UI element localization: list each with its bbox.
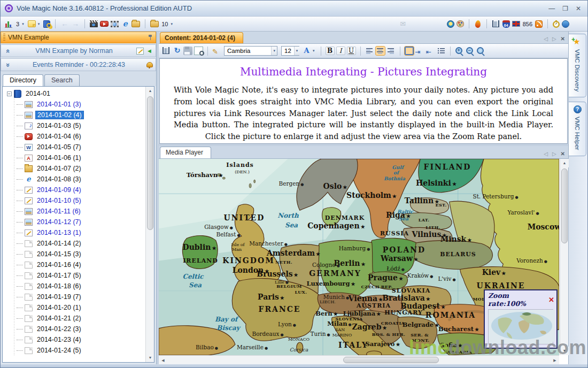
tree-root-item[interactable]: − 2014-01 xyxy=(5,88,145,99)
palette-icon[interactable] xyxy=(457,20,464,27)
zoom-in-button[interactable] xyxy=(455,47,464,55)
zoom-rate-panel[interactable]: Zoom rate:100% ✕ xyxy=(484,289,558,349)
tree-item[interactable]: 2014-01-17 (5) xyxy=(5,270,145,281)
scrollbar-thumb[interactable] xyxy=(343,357,439,363)
tree-item[interactable]: 2014-01-13 (1) xyxy=(5,227,145,238)
film-globe-icon[interactable] xyxy=(111,21,119,27)
info-icon[interactable] xyxy=(562,20,569,28)
sidebar-header[interactable]: VMN Example xyxy=(1,32,156,43)
idea-globe-icon[interactable] xyxy=(447,20,454,28)
underline-button[interactable]: U xyxy=(347,47,356,55)
tab-content[interactable]: Content: 2014-01-02 (4) xyxy=(160,32,243,43)
reminder-bell-icon[interactable] xyxy=(146,62,152,68)
panel-close-icon[interactable]: ✕ xyxy=(561,151,565,157)
chevron-up-icon[interactable]: « xyxy=(4,47,12,55)
maximize-button[interactable]: ❒ xyxy=(562,5,568,12)
close-button[interactable]: ✕ xyxy=(576,5,581,12)
tree-item[interactable]: 2014-01-15 (3) xyxy=(5,249,145,259)
flame-icon[interactable] xyxy=(475,20,481,28)
world-minimap[interactable] xyxy=(488,309,553,344)
font-name-combo[interactable]: Cambria▾ xyxy=(224,46,277,56)
stopwatch-icon[interactable] xyxy=(553,21,560,28)
rss-icon[interactable] xyxy=(535,20,543,28)
indent-decrease-button[interactable] xyxy=(426,47,435,55)
nav-forward-icon[interactable]: ▷ xyxy=(552,36,556,42)
bookends2-icon[interactable] xyxy=(162,47,171,55)
map-vertical-scrollbar[interactable]: ▲ ▼ xyxy=(560,159,568,355)
nav-forward-icon[interactable]: ▷ xyxy=(552,151,556,157)
tree-item[interactable]: 2014-01-21 (2) xyxy=(5,313,145,324)
bold-button[interactable]: B xyxy=(326,47,335,55)
tree-item[interactable]: 2014-01-12 (7) xyxy=(5,217,145,227)
notebook-key-icon[interactable] xyxy=(43,20,50,28)
nav-back-icon[interactable]: ◁ xyxy=(544,36,548,42)
language-flag-icon[interactable] xyxy=(512,21,520,27)
tree-item[interactable]: 2014-01-02 (4) xyxy=(5,110,145,120)
scroll-up-icon[interactable]: ▲ xyxy=(146,87,154,95)
sticky-note-icon[interactable] xyxy=(28,20,36,27)
indent-increase-button[interactable] xyxy=(415,47,424,55)
account-bar[interactable]: « VMN Example by Norman ◄ xyxy=(1,44,156,57)
font-size-combo[interactable]: 12▾ xyxy=(281,46,299,56)
scroll-down-icon[interactable]: ▼ xyxy=(146,354,154,362)
minimize-button[interactable]: — xyxy=(548,5,555,12)
tree-item[interactable]: 2014-01-01 (3) xyxy=(5,99,145,110)
tab-vmc-helper[interactable]: ? VMC Helper xyxy=(569,102,586,156)
refresh-icon[interactable] xyxy=(173,47,182,55)
scroll-up-icon[interactable]: ▲ xyxy=(560,159,569,167)
nav-back-icon[interactable]: ◁ xyxy=(544,151,548,157)
media-dropdown-caret[interactable]: ▾ xyxy=(171,22,173,26)
pin-icon[interactable] xyxy=(148,35,152,41)
scrollbar-thumb[interactable] xyxy=(561,168,568,243)
bullet-list-button[interactable] xyxy=(437,47,446,55)
chevron-down-icon[interactable]: » xyxy=(4,61,12,68)
notes-dropdown-caret[interactable]: ▾ xyxy=(22,22,24,26)
bookends-icon[interactable] xyxy=(492,20,500,28)
tree-item[interactable]: 2014-01-18 (6) xyxy=(5,281,145,292)
video-clapper-icon[interactable] xyxy=(90,20,98,27)
tree-item[interactable]: 2014-01-16 (4) xyxy=(5,259,145,270)
youtube-icon[interactable] xyxy=(100,21,109,27)
map-image[interactable]: Islands(DEN.)Tórshavn★Bergen●Oslo★Stockh… xyxy=(159,159,559,355)
tab-directory[interactable]: Directory xyxy=(3,74,43,87)
tree-item[interactable]: 2014-01-04 (6) xyxy=(5,131,145,142)
reminder-bar[interactable]: » Events Reminder - 00:22:28:43 xyxy=(1,58,156,71)
page-color-button[interactable] xyxy=(405,47,414,55)
font-color-caret[interactable]: ▾ xyxy=(313,49,315,53)
scroll-down-icon[interactable]: ▼ xyxy=(560,347,569,355)
tree-item[interactable]: 2014-01-07 (2) xyxy=(5,163,145,174)
align-center-button[interactable] xyxy=(376,47,385,55)
tree-item[interactable]: 2014-01-14 (2) xyxy=(5,238,145,249)
scroll-right-icon[interactable]: ▶ xyxy=(551,356,559,365)
tree-scrollbar[interactable]: ▲ ▼ xyxy=(145,87,154,362)
highway64-icon[interactable]: 64 xyxy=(502,20,510,28)
zoom-out-button[interactable] xyxy=(466,47,475,55)
tree-item[interactable]: 2014-01-24 (5) xyxy=(5,345,145,356)
tree-item[interactable]: 2014-01-11 (6) xyxy=(5,206,145,217)
edit-note-icon[interactable] xyxy=(136,48,144,55)
scrollbar-thumb[interactable] xyxy=(147,96,153,230)
daily-notes-icon[interactable] xyxy=(5,20,13,28)
tree-item[interactable]: 2014-01-23 (4) xyxy=(5,334,145,345)
note-editor[interactable]: Multimedia Integrating - Pictures Integr… xyxy=(159,58,568,144)
tree-item[interactable]: 2014-01-20 (1) xyxy=(5,302,145,313)
zoom-panel-close-icon[interactable]: ✕ xyxy=(548,296,554,303)
tree-item[interactable]: 2014-01-19 (7) xyxy=(5,292,145,302)
tree-item[interactable]: 2014-01-06 (1) xyxy=(5,152,145,163)
align-left-button[interactable] xyxy=(365,47,374,55)
tab-search[interactable]: Search xyxy=(44,74,80,86)
tree-item[interactable]: 2014-01-05 (7) xyxy=(5,142,145,152)
tab-media-player[interactable]: Media Player xyxy=(160,147,211,158)
zoom-reset-button[interactable] xyxy=(476,47,485,55)
scroll-left-icon[interactable]: ◀ xyxy=(159,356,167,365)
speaker-icon[interactable]: ◄ xyxy=(146,48,152,54)
align-right-button[interactable] xyxy=(386,47,396,55)
tree-item[interactable]: 2014-01-09 (4) xyxy=(5,185,145,195)
print-preview-icon[interactable] xyxy=(194,47,203,55)
folder-icon[interactable] xyxy=(150,21,159,27)
browser-icon[interactable]: e xyxy=(121,20,129,28)
tree-item[interactable]: 2014-01-22 (3) xyxy=(5,324,145,334)
tree-item[interactable]: 2014-01-10 (5) xyxy=(5,195,145,206)
tab-vmc-discovery[interactable]: VMC Discovery xyxy=(569,34,586,97)
font-color-button[interactable]: A xyxy=(302,47,311,55)
